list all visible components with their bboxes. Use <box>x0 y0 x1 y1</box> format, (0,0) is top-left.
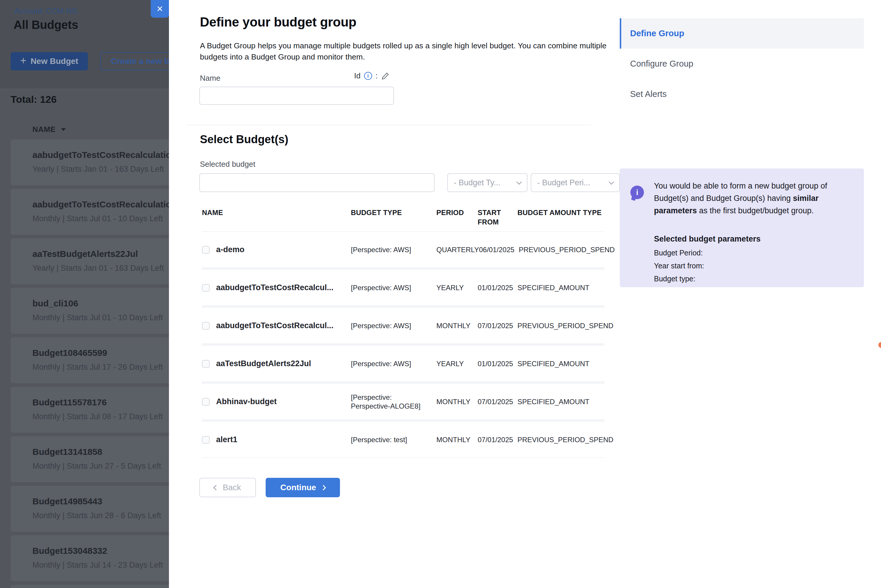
table-row[interactable]: aaTestBudgetAlerts22Jul [Perspective: AW… <box>202 346 604 382</box>
info-message: You would be able to form a new budget g… <box>654 180 847 217</box>
row-budget-type: [Perspective: AWS] <box>351 284 436 292</box>
all-budgets-page: Account: CCM-NG All Budgets + New Budget… <box>0 0 169 588</box>
param-budget-type: Budget type: <box>654 274 695 283</box>
budget-period-select[interactable]: - Budget Peri... <box>531 173 620 192</box>
row-period: MONTHLY <box>436 322 478 330</box>
selected-budget-label: Selected budget <box>200 160 256 169</box>
row-period: QUARTERLY <box>436 246 479 254</box>
modal-scrim[interactable] <box>0 0 169 588</box>
budget-search-input[interactable] <box>199 173 434 192</box>
budget-type-select[interactable]: - Budget Ty... <box>447 173 528 192</box>
row-checkbox[interactable] <box>202 322 210 330</box>
row-name: aabudgetToTestCostRecalcul... <box>216 283 334 292</box>
row-start-from: 01/01/2025 <box>478 360 517 368</box>
row-period: YEARLY <box>436 360 478 368</box>
row-period: MONTHLY <box>436 398 478 406</box>
header-start-from: START FROM <box>478 208 517 227</box>
row-period: YEARLY <box>436 284 478 292</box>
table-row[interactable]: a-demo [Perspective: AWS] QUARTERLY 06/0… <box>202 232 604 268</box>
row-start-from: 07/01/2025 <box>478 322 517 330</box>
id-colon: : <box>376 71 378 80</box>
step-define-group[interactable]: Define Group <box>620 18 864 49</box>
step-set-alerts[interactable]: Set Alerts <box>620 79 864 109</box>
budget-group-drawer: × Define your budget group A Budget Grou… <box>169 0 881 588</box>
row-gap <box>202 344 604 346</box>
row-checkbox[interactable] <box>202 436 210 444</box>
selected-params-title: Selected budget parameters <box>654 234 761 244</box>
budget-group-wizard-screen: Account: CCM-NG All Budgets + New Budget… <box>0 0 881 588</box>
row-period: MONTHLY <box>436 436 478 444</box>
chevron-left-icon <box>213 485 219 490</box>
chevron-down-icon <box>516 179 522 184</box>
header-period: PERIOD <box>436 208 478 218</box>
select-budgets-title: Select Budget(s) <box>200 133 289 146</box>
row-amount-type: PREVIOUS_PERIOD_SPEND <box>517 322 613 330</box>
row-amount-type: SPECIFIED_AMOUNT <box>517 284 604 292</box>
section-divider <box>186 125 591 125</box>
continue-button[interactable]: Continue <box>266 478 340 497</box>
row-budget-type: [Perspective: AWS] <box>351 245 436 254</box>
row-checkbox[interactable] <box>202 284 210 292</box>
row-budget-type: [Perspective: test] <box>351 435 436 444</box>
row-name: aabudgetToTestCostRecalcul... <box>216 321 334 330</box>
param-year-start: Year start from: <box>654 262 704 270</box>
row-name: Abhinav-budget <box>216 397 277 406</box>
table-row[interactable]: Abhinav-budget [Perspective: Perspective… <box>202 384 604 420</box>
row-amount-type: PREVIOUS_PERIOD_SPEND <box>517 436 613 444</box>
row-budget-type: [Perspective: AWS] <box>351 321 436 330</box>
table-row[interactable]: aabudgetToTestCostRecalcul... [Perspecti… <box>202 308 604 344</box>
row-gap <box>202 306 604 308</box>
info-panel: i You would be able to form a new budget… <box>620 168 864 287</box>
group-name-input[interactable] <box>199 87 394 105</box>
row-checkbox[interactable] <box>202 246 210 254</box>
chevron-down-icon <box>609 179 614 184</box>
header-name: NAME <box>202 208 351 218</box>
param-budget-period: Budget Period: <box>654 249 703 257</box>
id-cluster: Id i : <box>354 71 394 80</box>
name-field-label: Name <box>200 74 220 83</box>
row-amount-type: SPECIFIED_AMOUNT <box>517 398 604 406</box>
row-gap <box>202 420 604 422</box>
row-start-from: 06/01/2025 <box>479 246 519 254</box>
table-header: NAME BUDGET TYPE PERIOD START FROM BUDGE… <box>202 208 604 232</box>
row-name: aaTestBudgetAlerts22Jul <box>216 359 311 368</box>
row-start-from: 07/01/2025 <box>478 398 517 406</box>
budgets-table: NAME BUDGET TYPE PERIOD START FROM BUDGE… <box>202 208 604 458</box>
row-gap <box>202 268 604 270</box>
chevron-right-icon <box>320 485 326 490</box>
close-icon[interactable]: × <box>151 0 169 18</box>
row-gap <box>202 382 604 384</box>
table-row[interactable]: alert1 [Perspective: test] MONTHLY 07/01… <box>202 422 604 458</box>
info-bubble-icon: i <box>630 186 644 199</box>
drawer-title: Define your budget group <box>200 15 356 30</box>
step-configure-group[interactable]: Configure Group <box>620 49 864 79</box>
row-budget-type: [Perspective: AWS] <box>351 359 436 368</box>
row-checkbox[interactable] <box>202 398 210 406</box>
drawer-description: A Budget Group helps you manage multiple… <box>200 40 613 63</box>
row-amount-type: PREVIOUS_PERIOD_SPEND <box>519 246 615 254</box>
back-button[interactable]: Back <box>199 478 256 497</box>
row-start-from: 07/01/2025 <box>478 436 517 444</box>
wizard-stepper: Define Group Configure Group Set Alerts <box>620 18 864 109</box>
row-start-from: 01/01/2025 <box>478 284 517 292</box>
row-amount-type: SPECIFIED_AMOUNT <box>517 360 604 368</box>
info-message-part2: as the first budget/budget group. <box>697 206 814 215</box>
row-budget-type: [Perspective: Perspective-ALOGE8] <box>351 393 436 411</box>
edit-icon[interactable] <box>381 72 389 80</box>
id-info-icon[interactable]: i <box>364 72 372 80</box>
row-name: alert1 <box>216 435 238 444</box>
header-budget-type: BUDGET TYPE <box>351 208 436 218</box>
budget-period-select-value: - Budget Peri... <box>537 178 590 188</box>
budget-type-select-value: - Budget Ty... <box>454 178 501 188</box>
continue-label: Continue <box>280 483 316 492</box>
header-budget-amount-type: BUDGET AMOUNT TYPE <box>517 208 604 218</box>
table-row[interactable]: aabudgetToTestCostRecalcul... [Perspecti… <box>202 270 604 306</box>
row-name: a-demo <box>216 245 244 254</box>
back-label: Back <box>223 483 241 492</box>
id-label: Id <box>354 71 361 80</box>
row-checkbox[interactable] <box>202 360 210 368</box>
